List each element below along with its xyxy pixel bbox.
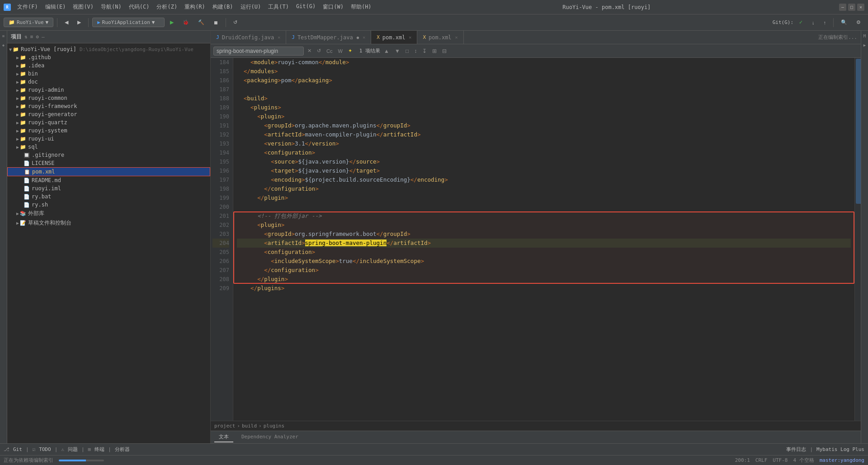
search-word-button[interactable]: W bbox=[336, 47, 344, 55]
tab-pom-close[interactable]: ✕ bbox=[409, 35, 411, 40]
menu-git[interactable]: Git(G) bbox=[293, 2, 318, 12]
search-highlight-button[interactable]: ✦ bbox=[346, 47, 354, 55]
bottom-terminal-label[interactable]: 终端 bbox=[94, 446, 104, 453]
tree-ruoyi-generator[interactable]: ▶ 📁 ruoyi-generator bbox=[7, 110, 210, 118]
tree-ry-bat[interactable]: 📄 ry.bat bbox=[7, 193, 210, 201]
file-encoding-indicator[interactable]: UTF-8 bbox=[773, 457, 788, 463]
menu-view[interactable]: 视图(V) bbox=[70, 2, 96, 12]
tree-idea[interactable]: ▶ 📁 .idea bbox=[7, 61, 210, 70]
event-log-label[interactable]: 事件日志 bbox=[786, 446, 806, 453]
refresh-button[interactable]: ↺ bbox=[230, 18, 241, 27]
git-update-button[interactable]: ↓ bbox=[808, 19, 818, 27]
git-commit-button[interactable]: ✓ bbox=[795, 18, 807, 27]
tree-ruoyi-ui[interactable]: ▶ 📁 ruoyi-ui bbox=[7, 135, 210, 143]
tree-external-libs[interactable]: ▶ 📚 外部库 bbox=[7, 209, 210, 218]
menu-run[interactable]: 运行(U) bbox=[238, 2, 264, 12]
forward-button[interactable]: ▶ bbox=[74, 18, 85, 27]
git-push-button[interactable]: ↑ bbox=[820, 19, 830, 27]
tree-github[interactable]: ▶ 📁 .github bbox=[7, 53, 210, 61]
code-content[interactable]: <module>ruoyi-common</module> </modules>… bbox=[233, 58, 854, 421]
menu-analyze[interactable]: 分析(Z) bbox=[154, 2, 180, 12]
bottom-todo-icon[interactable]: ☑ bbox=[33, 446, 36, 452]
tab-dependency-analyzer[interactable]: Dependency Analyzer bbox=[237, 432, 303, 442]
search-case-button[interactable]: Cc bbox=[325, 47, 334, 55]
bottom-analysis-label[interactable]: 分析器 bbox=[115, 446, 130, 453]
menu-code[interactable]: 代码(C) bbox=[126, 2, 152, 12]
close-panel-icon[interactable]: — bbox=[42, 34, 45, 40]
bottom-git-label[interactable]: Git bbox=[13, 446, 22, 452]
tree-root[interactable]: ▼ 📁 RuoYi-Vue [ruoyi] D:\ideaObject\yang… bbox=[7, 45, 210, 53]
minimize-button[interactable]: — bbox=[839, 4, 846, 11]
search-input[interactable] bbox=[213, 47, 304, 56]
tab-testdmmapper-close[interactable]: ✕ bbox=[363, 35, 365, 40]
scroll-indicator[interactable] bbox=[856, 59, 861, 204]
menu-navigate[interactable]: 导航(N) bbox=[98, 2, 124, 12]
search-filter-button[interactable]: ⊟ bbox=[440, 47, 448, 55]
menu-help[interactable]: 帮助(H) bbox=[348, 2, 374, 12]
back-button[interactable]: ◀ bbox=[61, 18, 72, 27]
tab-testdmmapper[interactable]: J TestDmMapper.java ● ✕ bbox=[286, 31, 371, 44]
right-icon-2[interactable]: ▶ bbox=[862, 43, 868, 49]
code-text: </configuration> bbox=[237, 266, 319, 275]
tree-readme[interactable]: 📄 README.md bbox=[7, 176, 210, 184]
indent-indicator[interactable]: 4 个空格 bbox=[793, 457, 814, 464]
stop-button[interactable]: ⏹ bbox=[210, 19, 222, 27]
maximize-button[interactable]: □ bbox=[848, 4, 855, 11]
tree-gitignore[interactable]: 🔲 .gitignore bbox=[7, 151, 210, 159]
search-options-3[interactable]: ⊞ bbox=[430, 47, 439, 55]
tree-scratch[interactable]: ▶ 📝 草稿文件和控制台 bbox=[7, 218, 210, 228]
debug-button[interactable]: 🐞 bbox=[179, 18, 193, 27]
close-button[interactable]: ✕ bbox=[857, 4, 864, 11]
tree-pom-xml[interactable]: 📋 pom.xml bbox=[7, 167, 210, 176]
tree-ruoyi-common[interactable]: ▶ 📁 ruoyi-common bbox=[7, 94, 210, 102]
build-button[interactable]: 🔨 bbox=[194, 18, 208, 27]
tab-pom2-close[interactable]: ✕ bbox=[455, 35, 458, 40]
menu-edit[interactable]: 编辑(E) bbox=[42, 2, 69, 12]
menu-refactor[interactable]: 重构(R) bbox=[182, 2, 208, 12]
search-scope-button[interactable]: □ bbox=[404, 47, 410, 55]
search-options-1[interactable]: ↕ bbox=[412, 47, 419, 55]
line-endings-indicator[interactable]: CRLF bbox=[755, 457, 768, 463]
expand-all-icon[interactable]: ⇅ bbox=[24, 34, 28, 40]
tree-ruoyi-iml[interactable]: 📄 ruoyi.iml bbox=[7, 184, 210, 193]
right-icon-1[interactable]: M bbox=[862, 34, 868, 40]
mybatis-plugin-label[interactable]: Mybatis Log Plus bbox=[816, 446, 864, 452]
menu-tools[interactable]: 工具(T) bbox=[265, 2, 292, 12]
separator-3 bbox=[226, 18, 226, 27]
tab-druidconfig[interactable]: J DruidConfig.java ✕ bbox=[211, 31, 286, 44]
bottom-todo-label[interactable]: TODO bbox=[39, 446, 51, 452]
tree-license[interactable]: 📄 LICENSE bbox=[7, 159, 210, 167]
search-everywhere-button[interactable]: 🔍 bbox=[837, 18, 851, 27]
search-clear-button[interactable]: ✕ bbox=[306, 47, 313, 55]
tab-pom-2[interactable]: X pom.xml ✕ bbox=[417, 31, 463, 44]
tree-ruoyi-admin[interactable]: ▶ 📁 ruoyi-admin bbox=[7, 86, 210, 94]
run-config-dropdown[interactable]: ▶ RuoYiApplication ▼ bbox=[92, 18, 165, 27]
project-dropdown[interactable]: 📁 RuoYi-Vue ▼ bbox=[4, 18, 53, 27]
settings-icon[interactable]: ⚙ bbox=[36, 34, 39, 40]
search-options-2[interactable]: ↧ bbox=[420, 47, 429, 55]
settings-button[interactable]: ⚙ bbox=[853, 18, 864, 27]
tree-ry-sh[interactable]: 📄 ry.sh bbox=[7, 201, 210, 209]
bottom-problems-label[interactable]: 问题 bbox=[68, 446, 78, 453]
tab-druidconfig-close[interactable]: ✕ bbox=[278, 35, 280, 40]
menu-window[interactable]: 窗口(W) bbox=[320, 2, 346, 12]
menu-build[interactable]: 构建(B) bbox=[210, 2, 236, 12]
editor-area: J DruidConfig.java ✕ J TestDmMapper.java… bbox=[211, 31, 861, 443]
search-prev-button[interactable]: ▲ bbox=[382, 47, 391, 55]
search-regex-button[interactable]: ↺ bbox=[315, 47, 323, 55]
bottom-git-icon[interactable]: ⎇ bbox=[4, 446, 9, 452]
bottom-terminal-icon[interactable]: ⊞ bbox=[88, 446, 91, 452]
tab-text[interactable]: 文本 bbox=[214, 432, 233, 442]
menu-file[interactable]: 文件(F) bbox=[14, 2, 41, 12]
tree-doc[interactable]: ▶ 📁 doc bbox=[7, 78, 210, 86]
tree-ruoyi-quartz[interactable]: ▶ 📁 ruoyi-quartz bbox=[7, 118, 210, 127]
tree-ruoyi-system[interactable]: ▶ 📁 ruoyi-system bbox=[7, 127, 210, 135]
collapse-icon[interactable]: ≡ bbox=[30, 34, 33, 40]
tree-bin[interactable]: ▶ 📁 bin bbox=[7, 70, 210, 78]
tab-pom-active[interactable]: X pom.xml ✕ bbox=[371, 31, 417, 44]
tree-ruoyi-framework[interactable]: ▶ 📁 ruoyi-framework bbox=[7, 102, 210, 110]
tree-sql[interactable]: ▶ 📁 sql bbox=[7, 143, 210, 151]
bottom-problems-icon[interactable]: ⚠ bbox=[61, 446, 64, 452]
search-next-button[interactable]: ▼ bbox=[393, 47, 402, 55]
run-button[interactable]: ▶ bbox=[166, 18, 177, 27]
